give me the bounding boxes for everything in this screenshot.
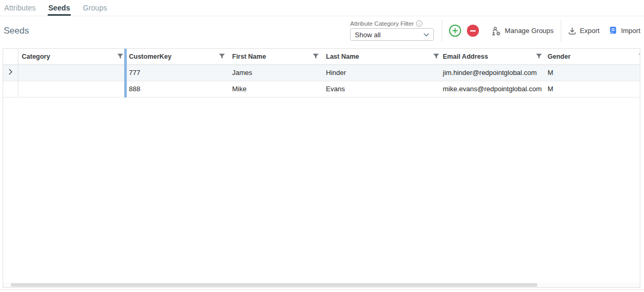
column-header-customerkey[interactable]: CustomerKey <box>125 49 228 64</box>
header-row: Category CustomerKey First Name Last Nam… <box>3 49 640 64</box>
export-button[interactable]: Export <box>568 27 600 35</box>
page-title: Seeds <box>4 26 350 36</box>
cell-email: mike.evans@redpointglobal.com <box>439 81 544 97</box>
column-label: Email Address <box>443 53 488 60</box>
chevron-down-icon <box>423 33 429 37</box>
filter-icon[interactable] <box>312 53 319 60</box>
column-header-category[interactable]: Category <box>18 49 125 64</box>
scrollbar-thumb[interactable] <box>11 283 537 287</box>
cell-firstname: James <box>228 64 322 81</box>
attribute-category-filter-select[interactable]: Show all <box>350 28 434 41</box>
filter-icon[interactable] <box>117 53 124 60</box>
toolbar-divider <box>442 20 442 42</box>
cell-gender: M <box>544 64 640 81</box>
tab-groups[interactable]: Groups <box>82 4 108 16</box>
minus-icon <box>470 30 476 32</box>
cell-gender: M <box>544 81 640 97</box>
remove-seed-button[interactable] <box>467 25 479 37</box>
table-row[interactable]: 888 Mike Evans mike.evans@redpointglobal… <box>3 81 640 97</box>
import-button[interactable]: Import <box>608 26 640 35</box>
filter-icon[interactable] <box>219 53 225 60</box>
tab-bar: Attributes Seeds Groups <box>0 0 644 16</box>
cell-firstname: Mike <box>228 81 322 97</box>
page-header: Seeds Attribute Category Filter i Show a… <box>0 16 644 45</box>
filter-label-text: Attribute Category Filter <box>350 20 413 27</box>
cell-customerkey: 888 <box>125 81 228 97</box>
row-expander-cell[interactable] <box>3 81 18 97</box>
chevron-right-icon <box>8 69 13 75</box>
column-label: Gender <box>548 53 571 60</box>
manage-groups-label: Manage Groups <box>505 27 553 35</box>
page-bottom-border <box>0 289 644 290</box>
manage-groups-button[interactable]: Manage Groups <box>492 26 553 36</box>
column-header-gender[interactable]: Gender <box>544 49 640 64</box>
filter-icon[interactable] <box>536 53 542 60</box>
attribute-category-filter-label: Attribute Category Filter i <box>350 20 434 27</box>
download-icon <box>568 27 576 35</box>
row-expander-cell[interactable] <box>3 64 18 81</box>
filter-selected-value: Show all <box>355 31 380 39</box>
plus-icon <box>452 28 458 34</box>
toolbar-divider <box>561 20 561 42</box>
cell-category <box>18 64 125 81</box>
column-label: Last Name <box>326 53 359 60</box>
people-gear-icon <box>492 26 501 36</box>
column-label: CustomerKey <box>129 53 171 60</box>
import-document-icon <box>608 26 617 35</box>
seeds-table: Category CustomerKey First Name Last Nam… <box>3 49 640 98</box>
tab-attributes[interactable]: Attributes <box>4 4 36 16</box>
column-header-email[interactable]: Email Address <box>439 49 544 64</box>
export-label: Export <box>580 27 600 35</box>
table-row[interactable]: 777 James Hinder jim.hinder@redpointglob… <box>3 64 640 81</box>
import-label: Import <box>621 27 640 35</box>
info-icon[interactable]: i <box>416 20 422 27</box>
cell-lastname: Hinder <box>322 64 439 81</box>
column-header-firstname[interactable]: First Name <box>228 49 322 64</box>
tab-seeds[interactable]: Seeds <box>48 4 71 16</box>
cell-customerkey: 777 <box>125 64 228 81</box>
cell-email: jim.hinder@redpointglobal.com <box>439 64 544 81</box>
attribute-category-filter-group: Attribute Category Filter i Show all <box>350 20 434 41</box>
column-label: First Name <box>232 53 266 60</box>
column-label: Category <box>22 53 50 60</box>
add-seed-button[interactable] <box>449 25 461 37</box>
filter-icon[interactable] <box>638 53 640 60</box>
cell-lastname: Evans <box>322 81 439 97</box>
seeds-grid: Category CustomerKey First Name Last Nam… <box>3 48 640 288</box>
expander-header-cell <box>3 49 18 64</box>
column-header-lastname[interactable]: Last Name <box>322 49 439 64</box>
cell-category <box>18 81 125 97</box>
horizontal-scrollbar[interactable] <box>3 283 640 287</box>
